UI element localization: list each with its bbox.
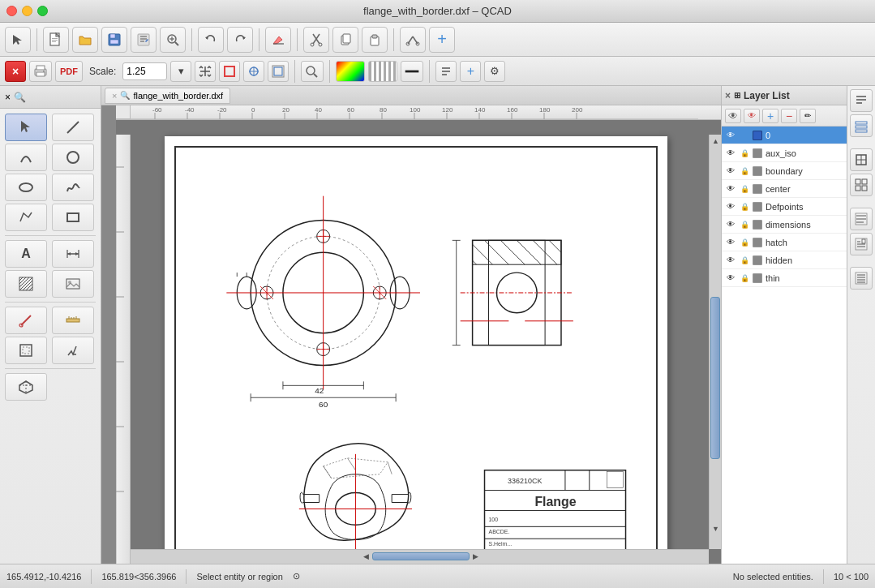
layer-vis-boundary[interactable]: 👁 xyxy=(725,165,736,177)
layer-visibility-all-button[interactable]: 👁 xyxy=(725,109,741,123)
layer-vis-hatch[interactable]: 👁 xyxy=(725,237,736,248)
layer-edit-button[interactable]: ✏ xyxy=(800,109,816,123)
layer-lock-aux-iso[interactable]: 🔒 xyxy=(740,148,749,159)
layer-lock-thin[interactable]: 🔒 xyxy=(740,273,749,284)
image-tool[interactable] xyxy=(52,270,94,298)
layer-lock-hatch[interactable]: 🔒 xyxy=(740,237,749,248)
layer-item-0[interactable]: 👁 0 xyxy=(722,127,847,144)
settings-button[interactable]: ⚙ xyxy=(484,61,505,82)
layer-vis-hidden[interactable]: 👁 xyxy=(725,255,736,266)
close-panel-icon[interactable]: × xyxy=(5,92,11,103)
layer-lock-boundary[interactable]: 🔒 xyxy=(740,165,749,177)
layer-item-aux-iso[interactable]: 👁 🔒 aux_iso xyxy=(722,144,847,162)
layer-lock-dimensions[interactable]: 🔒 xyxy=(740,219,749,230)
add-layer-button[interactable]: + xyxy=(460,61,481,82)
layer-vis-center[interactable]: 👁 xyxy=(725,183,736,195)
text-tool[interactable]: A xyxy=(5,240,47,268)
linetype-button[interactable] xyxy=(368,61,397,82)
cut-button[interactable] xyxy=(303,27,329,53)
edit-button[interactable] xyxy=(131,27,157,53)
layer-vis-aux-iso[interactable]: 👁 xyxy=(725,148,736,159)
scale-input[interactable] xyxy=(122,62,167,80)
ellipse-tool[interactable] xyxy=(5,174,47,201)
layer-item-center[interactable]: 👁 🔒 center xyxy=(722,180,847,198)
fr-info-button[interactable] xyxy=(850,233,873,255)
measure-tool[interactable] xyxy=(52,307,94,334)
color-palette-button[interactable] xyxy=(336,61,365,82)
canvas-tab-file[interactable]: × 🔍 flange_with_border.dxf xyxy=(105,88,230,104)
layer-item-thin[interactable]: 👁 🔒 thin xyxy=(722,269,847,287)
print-button[interactable] xyxy=(29,61,52,82)
maximize-button[interactable] xyxy=(37,6,48,16)
dimension-tool[interactable] xyxy=(52,240,94,268)
layer-item-defpoints[interactable]: 👁 🔒 Defpoints xyxy=(722,198,847,216)
lineweight-button[interactable] xyxy=(401,61,423,82)
canvas-area[interactable]: × 🔍 flange_with_border.dxf -60 -40 -20 0 xyxy=(101,86,721,564)
scroll-up-button[interactable]: ▲ xyxy=(710,135,721,147)
scrollbar-thumb-vertical[interactable] xyxy=(710,297,720,459)
layer-vis-thin[interactable]: 👁 xyxy=(725,273,736,284)
close-button[interactable] xyxy=(6,6,17,16)
scrollbar-vertical[interactable]: ▲ ▼ xyxy=(709,135,721,549)
fr-misc-button[interactable] xyxy=(850,267,873,290)
page-next-button[interactable]: ▶ xyxy=(473,552,478,560)
spline-tool[interactable] xyxy=(52,174,94,201)
viewport-button[interactable] xyxy=(268,61,289,82)
pdf-button[interactable]: PDF xyxy=(55,61,83,82)
pan-button[interactable] xyxy=(195,61,216,82)
fr-blocks-button[interactable] xyxy=(850,148,873,171)
block-tool[interactable] xyxy=(5,337,47,364)
layer-visibility-off-button[interactable]: 👁 xyxy=(744,109,760,123)
layer-item-boundary[interactable]: 👁 🔒 boundary xyxy=(722,162,847,180)
fr-views-button[interactable] xyxy=(850,174,873,196)
save-button[interactable] xyxy=(101,27,127,53)
layer-add-button[interactable]: + xyxy=(762,109,778,123)
scrollbar-thumb-horizontal[interactable] xyxy=(372,552,470,560)
layer-lock-defpoints[interactable]: 🔒 xyxy=(740,201,749,212)
close-file-button[interactable]: × xyxy=(5,61,26,82)
properties-button[interactable] xyxy=(435,61,457,82)
canvas-tab-close[interactable]: × xyxy=(112,91,117,101)
layer-vis-defpoints[interactable]: 👁 xyxy=(725,201,736,212)
layer-vis-dimensions[interactable]: 👁 xyxy=(725,219,736,230)
line-tool[interactable] xyxy=(52,114,94,141)
fr-layers-button[interactable] xyxy=(850,114,873,137)
zoom-button[interactable] xyxy=(160,27,186,53)
layer-item-dimensions[interactable]: 👁 🔒 dimensions xyxy=(722,216,847,234)
zoom-realtime-button[interactable] xyxy=(301,61,324,82)
fr-cmd-button[interactable] xyxy=(850,208,873,230)
undo-button[interactable] xyxy=(198,27,224,53)
copy-button[interactable] xyxy=(332,27,358,53)
layer-lock-hidden[interactable]: 🔒 xyxy=(740,255,749,266)
layer-item-hatch[interactable]: 👁 🔒 hatch xyxy=(722,234,847,251)
layer-vis-0[interactable]: 👁 xyxy=(725,130,736,141)
select-tool[interactable] xyxy=(52,337,94,364)
layer-remove-button[interactable]: − xyxy=(781,109,797,123)
minimize-button[interactable] xyxy=(22,6,32,16)
layer-panel-close[interactable]: × xyxy=(725,90,731,101)
new-button[interactable] xyxy=(43,27,69,53)
circle-tool[interactable] xyxy=(52,144,94,171)
fit-view-button[interactable] xyxy=(219,61,240,82)
scissors2-button[interactable] xyxy=(400,27,426,53)
paste-button[interactable] xyxy=(362,27,388,53)
add-button[interactable]: + xyxy=(429,27,455,53)
fr-properties-button[interactable] xyxy=(850,89,873,112)
eraser-button[interactable] xyxy=(265,27,291,53)
open-button[interactable] xyxy=(72,27,98,53)
scale-dropdown-button[interactable]: ▾ xyxy=(170,61,191,82)
arc-tool[interactable] xyxy=(5,144,47,171)
canvas-viewport[interactable]: -40 -60 xyxy=(116,120,721,564)
layer-lock-center[interactable]: 🔒 xyxy=(740,183,749,195)
select-tool-button[interactable] xyxy=(5,27,31,53)
polyline-tool[interactable] xyxy=(5,204,47,231)
modify-tool[interactable] xyxy=(5,307,47,334)
3d-tool[interactable] xyxy=(5,373,47,401)
hatch-tool[interactable] xyxy=(5,270,47,298)
rectangle-tool[interactable] xyxy=(52,204,94,231)
center-view-button[interactable] xyxy=(243,61,264,82)
page-prev-button[interactable]: ◀ xyxy=(363,552,369,560)
pointer-tool[interactable] xyxy=(5,114,47,141)
scrollbar-horizontal[interactable]: ◀ ▶ xyxy=(131,549,709,564)
traffic-lights[interactable] xyxy=(6,6,48,16)
